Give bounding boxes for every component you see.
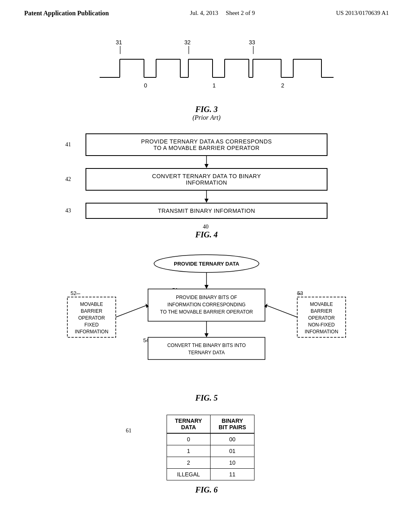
- svg-rect-52: [148, 337, 265, 360]
- svg-text:MOVABLE: MOVABLE: [310, 301, 333, 307]
- fig3-section: 31 32 33: [65, 37, 348, 121]
- fig4-step2-ref: 42: [65, 176, 71, 183]
- fig4-step3-ref: 43: [65, 208, 71, 214]
- svg-text:TO THE MOVABLE BARRIER OPERATO: TO THE MOVABLE BARRIER OPERATOR: [160, 309, 253, 315]
- fig4-step3: 43 TRANSMIT BINARY INFORMATION: [86, 203, 327, 219]
- page-header: Patent Application Publication Jul. 4, 2…: [0, 0, 413, 17]
- fig4-step1-ref: 41: [65, 141, 71, 148]
- svg-text:PROVIDE TERNARY DATA: PROVIDE TERNARY DATA: [174, 261, 240, 267]
- fig4-step1: 41 PROVIDE TERNARY DATA AS CORRESPONDSTO…: [86, 133, 327, 156]
- svg-text:FIXED: FIXED: [84, 322, 99, 328]
- patent-number: US 2013/0170639 A1: [336, 10, 389, 17]
- svg-text:52: 52: [71, 290, 76, 296]
- svg-text:31: 31: [116, 39, 122, 46]
- fig6-ternary-2: 2: [167, 457, 210, 469]
- svg-text:0: 0: [144, 82, 147, 89]
- fig6-binary-1: 01: [210, 445, 254, 457]
- table-row: 1 01: [167, 445, 254, 457]
- publication-title: Patent Application Publication: [24, 10, 109, 17]
- fig4-box1: PROVIDE TERNARY DATA AS CORRESPONDSTO A …: [86, 133, 327, 156]
- svg-text:INFORMATION: INFORMATION: [75, 329, 108, 335]
- fig6-ternary-illegal: ILLEGAL: [167, 469, 210, 480]
- table-row: ILLEGAL 11: [167, 469, 254, 480]
- fig4-label: 40 FIG. 4: [86, 223, 327, 239]
- fig6-binary-2: 10: [210, 457, 254, 469]
- svg-text:NON-FIXED: NON-FIXED: [308, 322, 335, 328]
- fig5-label: FIG. 5: [55, 393, 358, 403]
- publication-date: Jul. 4, 2013: [190, 10, 218, 16]
- fig4-arrow2: [86, 191, 327, 203]
- svg-text:PROVIDE BINARY BITS OF: PROVIDE BINARY BITS OF: [176, 295, 237, 300]
- fig6-binary-illegal: 11: [210, 469, 254, 480]
- svg-text:OPERATOR: OPERATOR: [78, 315, 105, 321]
- svg-text:1: 1: [213, 82, 216, 89]
- svg-text:33: 33: [249, 39, 255, 46]
- table-row: 2 10: [167, 457, 254, 469]
- fig6-ref-num: 61: [126, 428, 131, 434]
- svg-text:BARRIER: BARRIER: [81, 308, 102, 314]
- svg-line-73: [266, 305, 297, 317]
- svg-text:OPERATOR: OPERATOR: [308, 315, 335, 321]
- table-row: 0 00: [167, 433, 254, 445]
- fig5-diagram: PROVIDE TERNARY DATA 51 PROVIDE BINARY B…: [55, 251, 358, 389]
- fig6-data-table: TERNARYDATA BINARYBIT PAIRS 0 00 1 01: [167, 415, 254, 480]
- svg-marker-41: [204, 285, 209, 289]
- svg-marker-35: [204, 164, 209, 168]
- fig3-waveform: 31 32 33: [75, 37, 338, 102]
- svg-marker-49: [204, 333, 209, 337]
- fig4-box2: CONVERT TERNARY DATA TO BINARYINFORMATIO…: [86, 168, 327, 191]
- svg-text:BARRIER: BARRIER: [311, 308, 332, 314]
- svg-text:CONVERT THE BINARY BITS INTO: CONVERT THE BINARY BITS INTO: [167, 343, 246, 348]
- fig4-section: 41 PROVIDE TERNARY DATA AS CORRESPONDSTO…: [86, 133, 327, 239]
- fig6-label: FIG. 6: [126, 485, 287, 495]
- fig4-ref-num: 40: [203, 224, 209, 230]
- fig6-section: 61 TERNARYDATA BINARYBIT PAIRS 0 00: [126, 415, 287, 495]
- svg-text:MOVABLE: MOVABLE: [80, 301, 103, 307]
- main-content: 31 32 33: [0, 17, 413, 503]
- svg-text:32: 32: [184, 39, 191, 46]
- svg-text:INFORMATION: INFORMATION: [305, 329, 338, 335]
- svg-text:INFORMATION CORRESPONDING: INFORMATION CORRESPONDING: [167, 302, 246, 308]
- fig3-label: FIG. 3 (Prior Art): [65, 105, 348, 121]
- fig6-ternary-1: 1: [167, 445, 210, 457]
- sheet-info: Sheet 2 of 9: [226, 10, 255, 16]
- fig6-col1-header: TERNARYDATA: [167, 415, 210, 434]
- svg-text:2: 2: [281, 82, 284, 89]
- fig4-step2: 42 CONVERT TERNARY DATA TO BINARYINFORMA…: [86, 168, 327, 191]
- fig4-box3: TRANSMIT BINARY INFORMATION: [86, 203, 327, 219]
- fig6-ternary-0: 0: [167, 433, 210, 445]
- svg-line-63: [116, 305, 147, 317]
- fig4-arrow1: [86, 156, 327, 168]
- svg-marker-37: [204, 199, 209, 203]
- fig6-binary-0: 00: [210, 433, 254, 445]
- fig6-col2-header: BINARYBIT PAIRS: [210, 415, 254, 434]
- svg-text:53: 53: [297, 290, 303, 296]
- fig6-table-area: TERNARYDATA BINARYBIT PAIRS 0 00 1 01: [134, 415, 287, 480]
- fig5-section: PROVIDE TERNARY DATA 51 PROVIDE BINARY B…: [55, 251, 358, 403]
- header-center: Jul. 4, 2013 Sheet 2 of 9: [190, 10, 255, 17]
- svg-text:TERNARY DATA: TERNARY DATA: [188, 350, 225, 355]
- fig6-table-wrapper: 61 TERNARYDATA BINARYBIT PAIRS 0 00: [126, 415, 287, 480]
